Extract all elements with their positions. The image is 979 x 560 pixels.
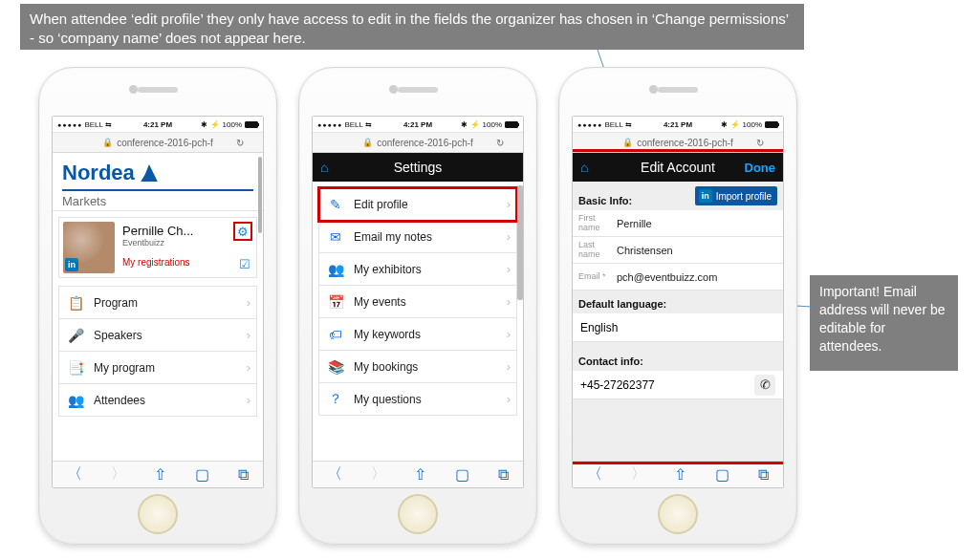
- home-button[interactable]: [398, 494, 438, 534]
- chevron-right-icon: ›: [247, 360, 250, 375]
- chevron-right-icon: ›: [507, 262, 511, 276]
- home-icon[interactable]: ⌂: [580, 160, 588, 175]
- page-title: Edit Account: [641, 160, 715, 175]
- bookmarks-icon[interactable]: ▢: [195, 465, 209, 484]
- scrollbar[interactable]: [517, 185, 523, 300]
- phone-mockup-3: ●●●●● BELL ⇆ 4:21 PM ✱ ⚡ 100% 🔒 conferen…: [558, 67, 797, 545]
- address-bar[interactable]: 🔒 conference-2016-pch-f ↻: [53, 132, 263, 153]
- chevron-right-icon: ›: [247, 328, 250, 342]
- settings-item-email-my-notes[interactable]: ✉Email my notes›: [319, 221, 516, 253]
- tabs-icon[interactable]: ⧉: [498, 466, 509, 484]
- share-icon[interactable]: ⇧: [154, 465, 166, 484]
- section-default-language: Default language:: [573, 291, 783, 313]
- profile-card[interactable]: in Pernille Ch... Eventbuizz My registra…: [58, 217, 257, 278]
- menu-item-speakers[interactable]: 🎤Speakers›: [59, 319, 256, 352]
- page-title: Settings: [394, 160, 443, 175]
- settings-item-edit-profile[interactable]: ✎Edit profile›: [319, 188, 516, 221]
- linkedin-icon: in: [699, 189, 712, 203]
- registrations-icon[interactable]: ☑: [239, 257, 250, 271]
- profile-name: Pernille Ch...: [122, 224, 193, 238]
- menu-icon: 🎤: [67, 328, 84, 343]
- settings-item-my-questions[interactable]: ？My questions›: [319, 383, 516, 416]
- status-bar: ●●●●● BELL ⇆ 4:21 PM ✱ ⚡ 100%: [573, 117, 783, 132]
- menu-icon: 📋: [67, 295, 84, 311]
- linkedin-icon: in: [65, 258, 78, 271]
- lock-icon: 🔒: [102, 138, 113, 147]
- menu-label: My program: [94, 361, 155, 375]
- chevron-right-icon: ›: [507, 229, 511, 244]
- menu-label: My bookings: [354, 360, 418, 374]
- settings-item-my-bookings[interactable]: 📚My bookings›: [319, 351, 516, 383]
- tabs-icon[interactable]: ⧉: [238, 466, 249, 484]
- menu-label: Email my notes: [354, 230, 432, 244]
- address-bar[interactable]: 🔒 conference-2016-pch-f ↻: [573, 132, 783, 153]
- chevron-right-icon: ›: [247, 295, 250, 310]
- chevron-right-icon: ›: [507, 359, 511, 374]
- chevron-right-icon: ›: [507, 197, 511, 211]
- share-icon[interactable]: ⇧: [414, 465, 426, 484]
- menu-item-my-program[interactable]: 📑My program›: [59, 352, 256, 384]
- menu-icon: 📚: [327, 359, 344, 375]
- main-menu: 📋Program›🎤Speakers›📑My program›👥Attendee…: [58, 286, 257, 417]
- callout-top: When attendee ‘edit profile’ they only h…: [20, 4, 804, 50]
- menu-icon: ✉: [327, 229, 344, 245]
- menu-item-program[interactable]: 📋Program›: [59, 287, 256, 319]
- settings-item-my-keywords[interactable]: 🏷My keywords›: [319, 318, 516, 351]
- menu-icon: 📑: [67, 360, 84, 376]
- forward-icon: 〉: [631, 464, 646, 485]
- lock-icon: 🔒: [362, 138, 373, 147]
- last-name-field[interactable]: Last name Christensen: [573, 237, 783, 264]
- status-bar: ●●●●● BELL ⇆ 4:21 PM ✱ ⚡ 100%: [53, 117, 263, 132]
- reload-icon[interactable]: ↻: [236, 138, 244, 148]
- reload-icon[interactable]: ↻: [496, 138, 504, 148]
- home-button[interactable]: [658, 494, 698, 534]
- safari-toolbar: 〈 〉 ⇧ ▢ ⧉: [313, 461, 523, 487]
- phone-mockup-2: ●●●●● BELL ⇆ 4:21 PM ✱ ⚡ 100% 🔒 conferen…: [298, 67, 537, 545]
- menu-label: Attendees: [94, 394, 145, 407]
- gear-icon: ⚙: [237, 225, 249, 239]
- nav-bar: ⌂ Edit Account Done: [573, 153, 783, 182]
- home-button[interactable]: [138, 494, 178, 534]
- address-bar[interactable]: 🔒 conference-2016-pch-f ↻: [313, 132, 523, 153]
- menu-label: Speakers: [94, 329, 142, 342]
- first-name-field[interactable]: First name Pernille: [573, 210, 783, 237]
- status-bar: ●●●●● BELL ⇆ 4:21 PM ✱ ⚡ 100%: [313, 117, 523, 132]
- share-icon[interactable]: ⇧: [674, 465, 686, 484]
- back-icon[interactable]: 〈: [327, 464, 342, 485]
- menu-label: My events: [354, 295, 406, 309]
- chevron-right-icon: ›: [247, 393, 250, 407]
- phone-icon: ✆: [754, 375, 775, 396]
- my-registrations-link[interactable]: My registrations: [122, 257, 193, 268]
- settings-gear-highlight[interactable]: ⚙: [233, 222, 252, 241]
- menu-icon: 📅: [327, 294, 344, 310]
- callout-email: Important! Email address will never be e…: [810, 275, 958, 371]
- logo-icon: [137, 164, 158, 182]
- email-field: Email pch@eventbuizz.com: [573, 264, 783, 291]
- phone-mockup-1: ●●●●● BELL ⇆ 4:21 PM ✱ ⚡ 100% 🔒 conferen…: [38, 67, 277, 545]
- brand-header: Nordea Markets: [53, 153, 263, 211]
- lock-icon: 🔒: [622, 138, 633, 147]
- menu-item-attendees[interactable]: 👥Attendees›: [59, 384, 256, 417]
- menu-label: Edit profile: [354, 198, 408, 211]
- tabs-icon[interactable]: ⧉: [758, 466, 769, 484]
- avatar: in: [63, 222, 115, 273]
- bookmarks-icon[interactable]: ▢: [455, 465, 469, 484]
- menu-icon: 👥: [67, 393, 84, 408]
- scrollbar[interactable]: [258, 157, 262, 233]
- chevron-right-icon: ›: [507, 294, 511, 309]
- home-icon[interactable]: ⌂: [320, 160, 328, 175]
- settings-item-my-exhibitors[interactable]: 👥My exhibitors›: [319, 253, 516, 286]
- back-icon[interactable]: 〈: [587, 464, 602, 485]
- bookmarks-icon[interactable]: ▢: [715, 465, 729, 484]
- import-profile-button[interactable]: in Import profile: [695, 186, 777, 205]
- language-field[interactable]: English: [573, 313, 783, 342]
- forward-icon: 〉: [371, 464, 386, 485]
- chevron-right-icon: ›: [507, 327, 511, 341]
- done-button[interactable]: Done: [745, 161, 776, 175]
- forward-icon: 〉: [111, 464, 126, 485]
- reload-icon[interactable]: ↻: [756, 138, 764, 148]
- phone-field[interactable]: +45-27262377 ✆: [573, 371, 783, 399]
- back-icon[interactable]: 〈: [67, 464, 82, 485]
- safari-toolbar: 〈 〉 ⇧ ▢ ⧉: [573, 461, 783, 487]
- settings-item-my-events[interactable]: 📅My events›: [319, 286, 516, 318]
